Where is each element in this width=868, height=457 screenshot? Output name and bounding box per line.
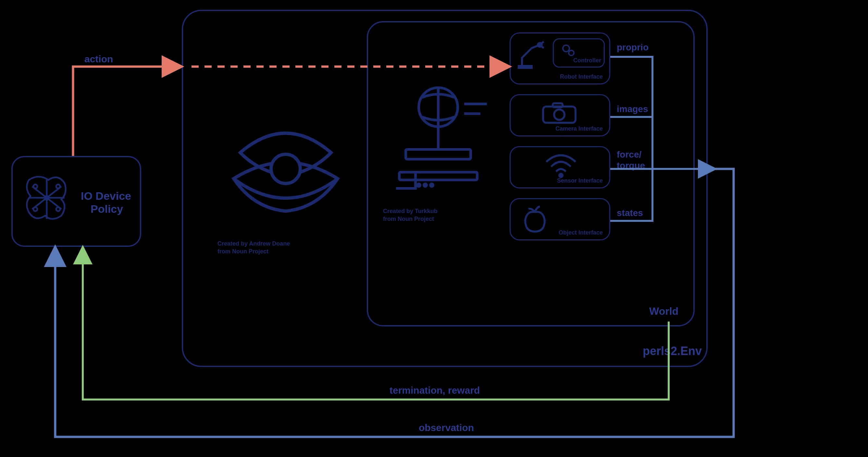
manipulation-icon [380,75,487,198]
action-arrow-solid [73,66,181,156]
gears-icon [560,42,577,59]
robot-interface-box: Controller Robot Interface [509,32,610,84]
policy-box: IO Device Policy [11,156,141,247]
object-interface-box: Object Interface [509,198,610,240]
svg-point-6 [430,184,433,187]
svg-point-15 [33,184,37,189]
wifi-icon [543,152,579,178]
camera-interface-label: Camera Interface [555,125,603,132]
action-label: action [84,54,113,65]
svg-rect-3 [399,172,477,180]
states-label: states [617,208,643,218]
camera-icon [540,102,579,124]
svg-point-5 [424,184,427,187]
images-label: images [617,104,648,114]
neural-net-icon [22,170,71,225]
robot-interface-label: Robot Interface [560,74,603,80]
robot-arm-icon [517,40,546,69]
termination-label: termination, reward [390,385,480,396]
manip-credit-2: from Noun Project [383,216,434,223]
apple-icon [520,204,550,233]
pearl-credit-1: Created by Andrew Doane [217,240,290,247]
pearl-credit-2: from Noun Project [217,248,269,255]
sensor-interface-box: Sensor Interface [509,146,610,189]
force-label-2: torque [617,161,645,171]
svg-rect-13 [553,103,562,107]
svg-point-12 [554,110,564,120]
world-title: World [649,305,678,317]
svg-point-17 [33,207,37,211]
observation-label: observation [419,422,474,433]
svg-point-9 [563,45,569,52]
force-label-1: force/ [617,149,642,160]
policy-title-1: IO Device [81,190,131,202]
manip-credit-1: Created by Turkkub [383,208,438,215]
svg-point-4 [417,184,420,187]
svg-point-16 [56,184,60,189]
svg-point-14 [559,174,562,177]
svg-rect-8 [519,66,532,68]
controller-box: Controller [553,38,605,67]
proprio-label: proprio [617,42,649,53]
env-title: perls2.Env [643,344,702,358]
svg-point-10 [569,50,574,56]
camera-interface-box: Camera Interface [509,94,610,136]
sensor-interface-label: Sensor Interface [557,177,603,184]
controller-label: Controller [573,57,601,64]
policy-title-2: Policy [91,203,123,215]
svg-rect-2 [406,149,471,159]
object-interface-label: Object Interface [559,229,603,236]
svg-point-18 [56,207,60,211]
svg-point-0 [271,154,300,183]
pearl-icon [214,94,357,224]
